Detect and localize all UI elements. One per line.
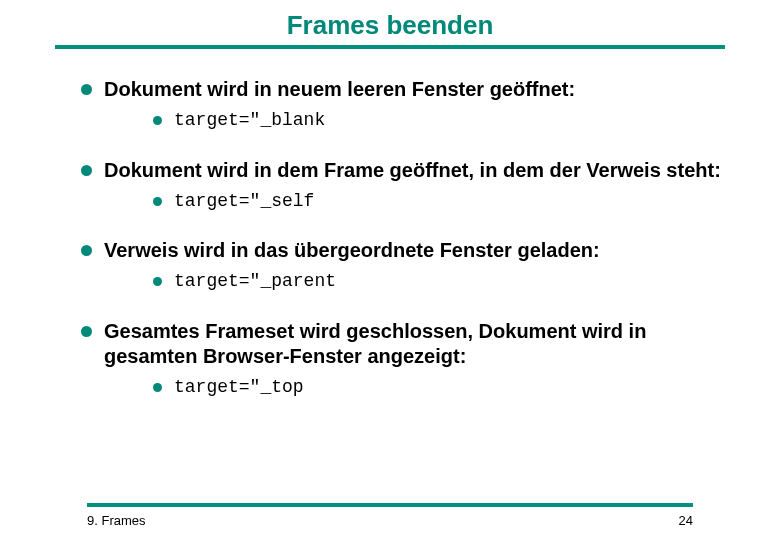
list-subitem: target="_blank [153, 110, 735, 132]
list-subitem: target="_parent [153, 271, 735, 293]
list-item-text: Dokument wird in dem Frame geöffnet, in … [104, 158, 721, 183]
list-item: Verweis wird in das übergeordnete Fenste… [81, 238, 735, 263]
bullet-icon [81, 165, 92, 176]
list-subitem-code: target="_top [174, 377, 304, 399]
bullet-icon [153, 383, 162, 392]
list-item: Gesamtes Frameset wird geschlossen, Doku… [81, 319, 735, 369]
list-subitem: target="_top [153, 377, 735, 399]
slide: Frames beenden Dokument wird in neuem le… [0, 0, 780, 540]
list-item-text: Verweis wird in das übergeordnete Fenste… [104, 238, 600, 263]
bullet-icon [81, 245, 92, 256]
list-item-text: Gesamtes Frameset wird geschlossen, Doku… [104, 319, 735, 369]
title-rule [55, 45, 725, 49]
list-subitem-code: target="_self [174, 191, 314, 213]
bullet-icon [153, 277, 162, 286]
bullet-icon [81, 84, 92, 95]
footer-row: 9. Frames 24 [45, 513, 735, 528]
list-subitem: target="_self [153, 191, 735, 213]
page-number: 24 [679, 513, 693, 528]
footer-section: 9. Frames [87, 513, 146, 528]
list-subitem-code: target="_blank [174, 110, 325, 132]
list-item: Dokument wird in neuem leeren Fenster ge… [81, 77, 735, 102]
footer: 9. Frames 24 [45, 503, 735, 528]
bullet-icon [153, 116, 162, 125]
bullet-icon [81, 326, 92, 337]
slide-title: Frames beenden [45, 0, 735, 45]
footer-rule [87, 503, 693, 507]
list-item-text: Dokument wird in neuem leeren Fenster ge… [104, 77, 575, 102]
list-subitem-code: target="_parent [174, 271, 336, 293]
bullet-icon [153, 197, 162, 206]
list-item: Dokument wird in dem Frame geöffnet, in … [81, 158, 735, 183]
